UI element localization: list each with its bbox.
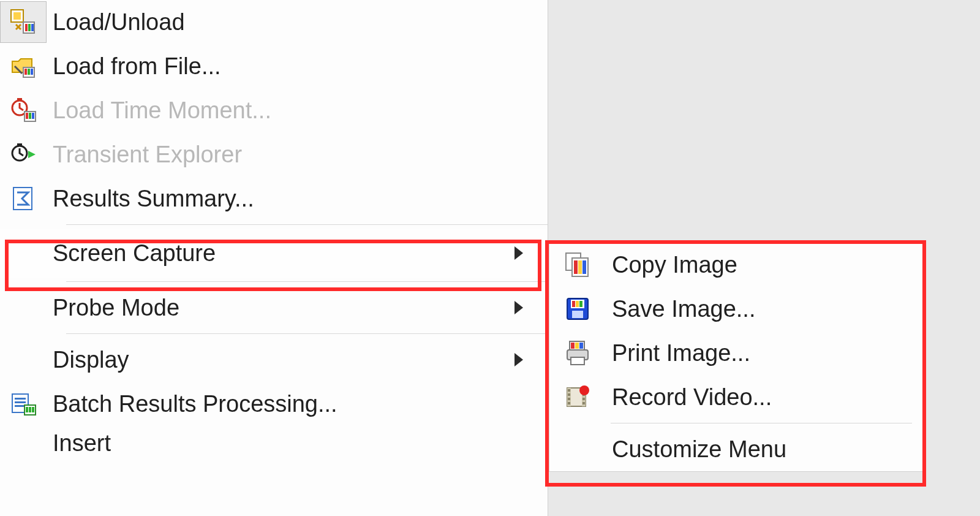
menu-item-display[interactable]: Display — [0, 338, 548, 382]
svg-rect-54 — [582, 402, 585, 404]
copy-image-icon — [549, 251, 606, 279]
svg-rect-20 — [15, 398, 26, 400]
menu-item-label: Display — [47, 347, 514, 373]
svg-rect-40 — [575, 343, 579, 349]
submenu-item-label: Record Video... — [606, 384, 916, 411]
svg-rect-5 — [31, 24, 34, 31]
submenu-arrow-icon — [514, 353, 523, 366]
svg-rect-21 — [15, 401, 26, 403]
svg-rect-9 — [31, 69, 33, 75]
menu-separator — [66, 281, 548, 282]
menu-item-label: Load Time Moment... — [47, 97, 539, 124]
svg-rect-31 — [582, 260, 586, 274]
menu-item-label: Load from File... — [47, 53, 539, 80]
print-image-icon — [549, 339, 606, 367]
svg-rect-41 — [579, 343, 583, 349]
menu-item-label: Screen Capture — [47, 240, 514, 267]
svg-rect-47 — [568, 389, 570, 392]
svg-rect-53 — [582, 398, 585, 400]
submenu-item-customize-menu[interactable]: Customize Menu — [549, 427, 924, 471]
context-menu: Load/Unload Load from File... — [0, 0, 548, 516]
submenu-item-save-image[interactable]: Save Image... — [549, 287, 924, 331]
svg-rect-4 — [28, 24, 31, 31]
svg-rect-26 — [32, 407, 34, 412]
submenu-item-label: Copy Image — [606, 252, 916, 278]
menu-item-probe-mode[interactable]: Probe Mode — [0, 286, 548, 330]
menu-item-label: Probe Mode — [47, 295, 514, 321]
svg-rect-14 — [29, 113, 31, 119]
menu-item-load-from-file[interactable]: Load from File... — [0, 44, 548, 88]
submenu-item-copy-image[interactable]: Copy Image — [549, 243, 924, 287]
menu-item-screen-capture[interactable]: Screen Capture — [0, 229, 548, 278]
record-video-icon — [549, 383, 606, 411]
svg-rect-30 — [578, 260, 582, 274]
svg-rect-8 — [28, 69, 30, 75]
sigma-icon — [0, 185, 47, 212]
time-moment-icon — [0, 97, 47, 124]
menu-separator — [66, 333, 548, 334]
svg-rect-1 — [13, 12, 21, 20]
menu-item-results-summary[interactable]: Results Summary... — [0, 176, 548, 221]
svg-rect-34 — [572, 301, 575, 307]
save-image-icon — [549, 295, 606, 323]
submenu-item-print-image[interactable]: Print Image... — [549, 331, 924, 375]
menu-item-insert[interactable]: Insert — [0, 426, 548, 460]
submenu-item-label: Print Image... — [606, 340, 916, 366]
menu-item-label: Results Summary... — [47, 186, 539, 212]
menu-separator — [66, 224, 548, 225]
menu-item-batch-results-processing[interactable]: Batch Results Processing... — [0, 382, 548, 426]
svg-rect-11 — [17, 98, 22, 101]
menu-item-load-unload[interactable]: Load/Unload — [0, 0, 548, 44]
svg-rect-37 — [572, 311, 583, 318]
svg-rect-24 — [26, 407, 28, 412]
menu-item-transient-explorer: Transient Explorer — [0, 132, 548, 176]
svg-rect-13 — [26, 113, 28, 119]
svg-rect-36 — [579, 301, 582, 307]
svg-rect-15 — [32, 113, 34, 119]
submenu-arrow-icon — [514, 246, 523, 260]
svg-rect-49 — [568, 398, 570, 400]
menu-item-load-time-moment: Load Time Moment... — [0, 88, 548, 132]
transient-explorer-icon — [0, 141, 47, 168]
svg-rect-7 — [24, 69, 27, 75]
load-file-icon — [0, 53, 47, 80]
svg-rect-39 — [571, 343, 575, 349]
submenu-item-label: Save Image... — [606, 296, 916, 322]
svg-rect-17 — [17, 143, 22, 146]
submenu-separator — [611, 423, 912, 423]
batch-icon — [0, 390, 47, 417]
svg-rect-48 — [568, 393, 570, 396]
svg-rect-35 — [576, 301, 579, 307]
load-unload-icon — [0, 1, 47, 43]
svg-rect-29 — [574, 260, 578, 274]
menu-item-label: Load/Unload — [47, 9, 539, 36]
menu-item-label: Insert — [47, 430, 514, 457]
svg-rect-50 — [568, 402, 570, 404]
submenu-item-label: Customize Menu — [606, 436, 916, 463]
svg-point-55 — [579, 385, 589, 395]
submenu-screen-capture: Copy Image Save Image... — [549, 242, 925, 472]
svg-rect-43 — [571, 357, 584, 365]
menu-item-label: Transient Explorer — [47, 142, 539, 168]
svg-rect-3 — [25, 24, 28, 31]
submenu-arrow-icon — [514, 301, 523, 314]
svg-rect-25 — [29, 407, 31, 412]
submenu-item-record-video[interactable]: Record Video... — [549, 375, 924, 419]
menu-item-label: Batch Results Processing... — [47, 391, 539, 417]
